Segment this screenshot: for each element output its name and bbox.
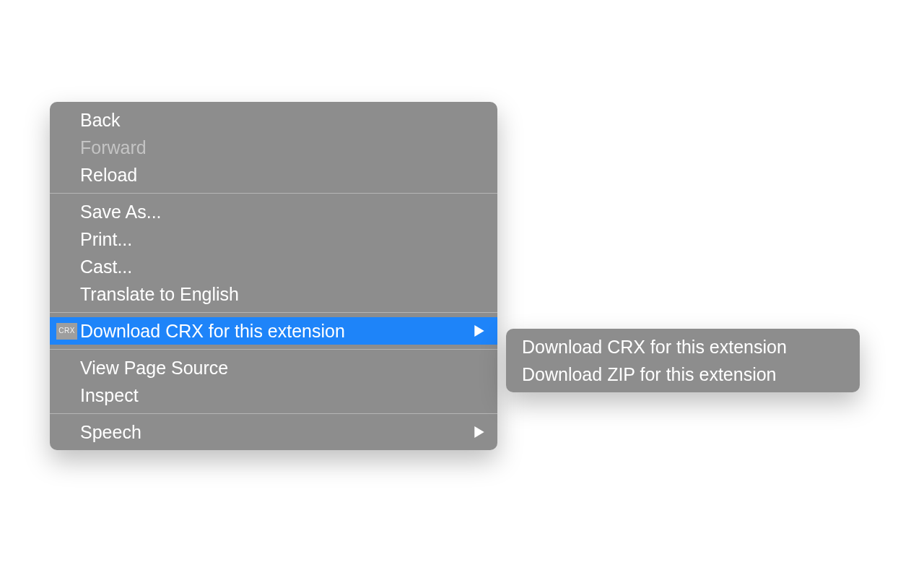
menu-item-label: Forward	[80, 135, 484, 160]
menu-item-cast[interactable]: Cast...	[50, 253, 497, 280]
menu-item-inspect[interactable]: Inspect	[50, 381, 497, 409]
menu-item-label: Download ZIP for this extension	[522, 362, 844, 387]
submenu: Download CRX for this extension Download…	[506, 329, 860, 392]
menu-item-print[interactable]: Print...	[50, 225, 497, 253]
menu-item-label: Cast...	[80, 254, 484, 279]
menu-item-save-as[interactable]: Save As...	[50, 198, 497, 225]
menu-item-label: Print...	[80, 227, 484, 251]
menu-item-label: View Page Source	[80, 355, 484, 380]
menu-item-speech[interactable]: Speech	[50, 418, 497, 446]
submenu-item-download-crx[interactable]: Download CRX for this extension	[506, 333, 860, 361]
menu-item-view-page-source[interactable]: View Page Source	[50, 354, 497, 381]
submenu-arrow-icon	[474, 325, 484, 337]
submenu-item-download-zip[interactable]: Download ZIP for this extension	[506, 361, 860, 388]
menu-divider	[50, 312, 497, 313]
crx-icon: CRX	[56, 323, 77, 340]
menu-item-label: Speech	[80, 420, 484, 444]
menu-item-reload[interactable]: Reload	[50, 161, 497, 189]
menu-item-label: Download CRX for this extension	[522, 335, 844, 359]
menu-item-forward: Forward	[50, 134, 497, 161]
menu-item-label: Translate to English	[80, 282, 484, 306]
menu-item-label: Download CRX for this extension	[80, 319, 484, 343]
menu-item-translate[interactable]: Translate to English	[50, 280, 497, 308]
menu-divider	[50, 349, 497, 350]
menu-item-label: Back	[80, 108, 484, 132]
context-menu: Back Forward Reload Save As... Print... …	[50, 102, 497, 450]
submenu-arrow-icon	[474, 426, 484, 438]
menu-item-download-crx[interactable]: CRX Download CRX for this extension	[50, 317, 497, 345]
menu-divider	[50, 193, 497, 194]
menu-item-back[interactable]: Back	[50, 106, 497, 134]
menu-divider	[50, 413, 497, 414]
menu-item-label: Save As...	[80, 199, 484, 224]
menu-item-label: Inspect	[80, 383, 484, 407]
menu-item-label: Reload	[80, 163, 484, 187]
